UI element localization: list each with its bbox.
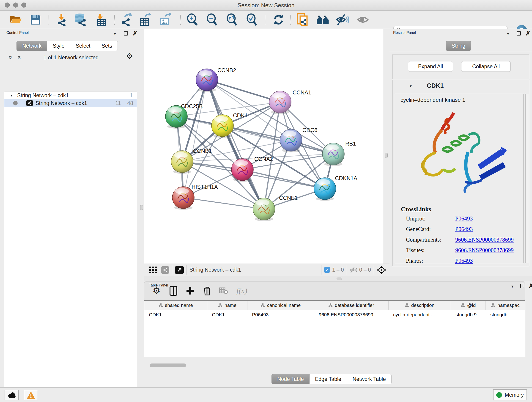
add-column-icon[interactable] (186, 287, 194, 295)
crosslink-label: Uniprot: (406, 216, 455, 222)
panel-float-icon[interactable] (517, 31, 521, 36)
network-node-CCNE1[interactable]: CCNE1 (253, 195, 298, 221)
table-cell[interactable]: cyclin-dependent ... (389, 310, 451, 319)
network-graph[interactable]: CCNB2CCNA1CDC25BCDK1CDC6RB1CCNB1CCNA2CDK… (144, 29, 383, 264)
delete-column-icon[interactable] (203, 286, 211, 295)
network-edge-CCNB2-CCNA1[interactable] (207, 80, 280, 102)
column-header-namespac[interactable]: namespac (486, 301, 525, 310)
save-session-icon[interactable] (30, 14, 41, 26)
network-node-CDKN1A[interactable]: CDKN1A (314, 175, 357, 201)
clone-network-icon[interactable] (296, 14, 309, 26)
column-header-name[interactable]: name (207, 301, 247, 310)
network-node-RB1[interactable]: RB1 (322, 140, 356, 166)
export-image-icon[interactable] (158, 14, 172, 26)
tab-select[interactable]: Select (70, 41, 96, 51)
crosslink-link[interactable]: P06493 (455, 226, 473, 232)
network-canvas[interactable]: CCNB2CCNA1CDC25BCDK1CDC6RB1CCNB1CCNA2CDK… (144, 29, 383, 264)
network-edge-CCNA2-CDKN1A[interactable] (242, 170, 325, 189)
right-splitter-handle[interactable] (385, 153, 388, 158)
grid-view-icon[interactable] (149, 267, 157, 274)
table-cell[interactable]: CDK1 (207, 310, 247, 319)
table-body: CDK1CDK1P064939606.ENSP00000378699cyclin… (144, 310, 525, 319)
tab-string[interactable]: String (446, 41, 471, 51)
panel-float-icon[interactable] (520, 284, 524, 289)
table-row[interactable]: CDK1CDK1P064939606.ENSP00000378699cyclin… (144, 310, 525, 319)
table-cell[interactable]: stringdb:9... (451, 310, 486, 319)
tab-network[interactable]: Network (17, 41, 47, 51)
refresh-icon[interactable] (272, 14, 285, 26)
zoom-selected-icon[interactable] (246, 14, 258, 26)
panel-menu-icon[interactable]: ▼ (506, 32, 510, 36)
birds-eye-crosshair-icon[interactable] (377, 265, 386, 275)
select-columns-icon[interactable] (170, 286, 177, 296)
zoom-in-icon[interactable] (186, 14, 198, 26)
crosslink-link[interactable]: 9606.ENSP00000378699 (455, 247, 514, 254)
table-cell[interactable]: stringdb (486, 310, 525, 319)
column-header-canonical-name[interactable]: canonical name (247, 301, 314, 310)
cloud-button[interactable] (5, 390, 19, 400)
column-header-database-identifier[interactable]: database identifier (314, 301, 389, 310)
open-session-icon[interactable] (9, 14, 22, 26)
first-neighbors-icon[interactable] (316, 14, 330, 26)
collapse-all-button[interactable]: Collapse All (461, 61, 511, 72)
detach-view-icon[interactable] (175, 266, 184, 274)
table-cell[interactable]: CDK1 (144, 310, 207, 319)
table-cell[interactable]: P06493 (247, 310, 314, 319)
expand-all-button[interactable]: Expand All (408, 61, 453, 72)
panel-menu-icon[interactable]: ▼ (511, 284, 514, 288)
export-table-icon[interactable] (139, 14, 152, 26)
network-node-CCNB1[interactable]: CCNB1 (171, 148, 212, 174)
crosslink-link[interactable]: 9606.ENSP00000378699 (455, 236, 514, 243)
tree-expander-icon[interactable]: ▼ (4, 94, 13, 97)
horizontal-splitter-handle[interactable] (336, 278, 342, 280)
network-options-gear-icon[interactable]: ⚙ (126, 51, 133, 61)
network-node-HIST1H1A[interactable]: HIST1H1A (172, 184, 218, 210)
tab-node-table[interactable]: Node Table (272, 374, 310, 384)
table-cell[interactable]: 9606.ENSP00000378699 (314, 310, 389, 319)
tab-style[interactable]: Style (47, 41, 70, 51)
tab-network-table[interactable]: Network Table (347, 374, 392, 384)
network-collection-row[interactable]: ▼ String Network – cdk1 1 (4, 91, 137, 99)
column-header-description[interactable]: description (389, 301, 451, 310)
network-node-CCNA1[interactable]: CCNA1 (269, 89, 311, 114)
panel-float-icon[interactable] (124, 31, 128, 36)
table-horizontal-scrollbar[interactable] (150, 364, 186, 367)
network-row-selected[interactable]: String Network – cdk1 11 48 (4, 99, 137, 107)
show-all-icon[interactable] (356, 14, 370, 26)
table-toolbar: ⚙ f(x) (144, 281, 525, 300)
network-edge-HIST1H1A-CCNE1[interactable] (183, 198, 264, 209)
import-network-from-database-icon[interactable] (74, 14, 88, 26)
panel-close-icon[interactable]: ✗ (526, 30, 531, 37)
crosslink-link[interactable]: P06493 (455, 216, 473, 222)
hidden-elements-icon[interactable] (350, 267, 357, 273)
panel-close-icon[interactable]: ✗ (133, 30, 138, 37)
zoom-out-icon[interactable] (206, 14, 218, 26)
hide-selected-icon[interactable] (336, 14, 349, 26)
zoom-fit-icon[interactable] (226, 14, 238, 26)
selected-nodes-checkbox[interactable]: ✓ (324, 267, 330, 273)
tab-sets[interactable]: Sets (96, 41, 118, 51)
panel-close-icon[interactable]: ✗ (529, 282, 532, 289)
panel-menu-icon[interactable]: ▼ (113, 32, 117, 36)
right-splitter[interactable] (383, 29, 389, 264)
function-builder-icon[interactable]: f(x) (236, 287, 247, 295)
export-network-icon[interactable] (120, 14, 134, 26)
delete-table-icon[interactable] (219, 287, 228, 294)
network-node-CCNB2[interactable]: CCNB2 (196, 67, 236, 92)
results-scrollbar[interactable] (525, 94, 529, 263)
warnings-button[interactable] (24, 390, 38, 400)
tab-edge-table[interactable]: Edge Table (310, 374, 347, 384)
horizontal-splitter[interactable] (144, 276, 532, 281)
column-header-@id[interactable]: @id (451, 301, 486, 310)
left-splitter-handle[interactable] (140, 205, 143, 210)
column-header-shared-name[interactable]: shared name (144, 301, 207, 310)
crosslink-row: GeneCard:P06493 (406, 226, 520, 232)
import-network-icon[interactable] (56, 14, 68, 26)
crosslink-link[interactable]: P06493 (455, 258, 473, 264)
import-table-icon[interactable] (95, 14, 107, 26)
memory-button[interactable]: Memory (493, 389, 527, 400)
network-view-share-icon[interactable] (161, 266, 169, 274)
hidden-count: 0 – 0 (359, 267, 371, 273)
section-expander-icon[interactable]: ▼ (409, 84, 412, 88)
status-bar: Memory (0, 387, 532, 402)
